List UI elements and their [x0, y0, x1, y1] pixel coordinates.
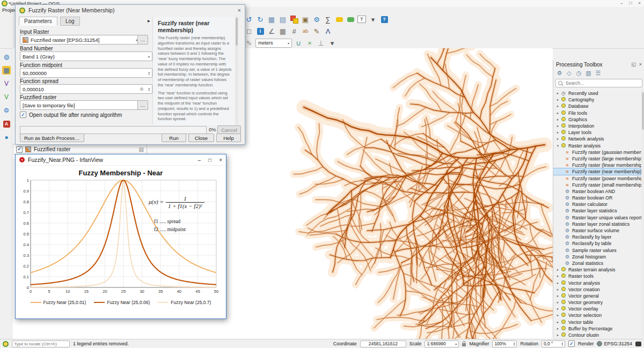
close-panel-icon[interactable]: ×: [639, 62, 642, 67]
tree-item-vector-selection[interactable]: ▸Vector selection: [553, 312, 641, 319]
expand-arrow-icon[interactable]: ▸: [555, 313, 560, 317]
expand-arrow-icon[interactable]: ▸: [555, 287, 560, 292]
tree-item-raster-layer-statistics[interactable]: ⚙Raster layer statistics: [553, 208, 641, 214]
processing-search-box[interactable]: [555, 79, 642, 87]
tree-scrollbar[interactable]: [641, 90, 644, 337]
messages-icon[interactable]: [635, 342, 641, 346]
dialog-close-icon[interactable]: ×: [238, 7, 241, 13]
tree-item-zonal-histogram[interactable]: ⚙Zonal histogram: [553, 254, 641, 260]
expand-arrow-icon[interactable]: ▸: [555, 117, 560, 122]
expand-arrow-icon[interactable]: ▸: [555, 281, 560, 285]
select-features-icon[interactable]: □: [244, 26, 254, 36]
digitizing-dropdown-icon[interactable]: ▾: [327, 38, 337, 48]
tree-item-raster-terrain-analysis[interactable]: ▸Raster terrain analysis: [553, 266, 641, 273]
output-file-field[interactable]: [Save to temporary file]: [20, 100, 140, 110]
function-midpoint-spinbox[interactable]: 50,000000 ▴▾: [20, 68, 152, 78]
band-number-combo[interactable]: Band 1 (Gray) ▾: [20, 51, 152, 61]
tree-item-raster-tools[interactable]: ▸Raster tools: [553, 273, 641, 279]
expand-arrow-icon[interactable]: ▸: [555, 268, 560, 272]
metasearch-icon[interactable]: ◍: [2, 53, 11, 61]
grid-tools-icon[interactable]: ⚙: [2, 106, 11, 115]
input-raster-browse-button[interactable]: …: [137, 35, 148, 45]
float-panel-icon[interactable]: ◱: [631, 62, 636, 67]
window-close-button[interactable]: ×: [638, 1, 641, 5]
tree-item-recently-used[interactable]: ▸◷Recently used: [553, 90, 641, 97]
layer-labeling-icon[interactable]: ab: [301, 26, 310, 36]
window-minimize-button[interactable]: –: [620, 1, 623, 5]
cancel-button[interactable]: Cancel: [217, 125, 241, 134]
tab-log[interactable]: Log: [60, 17, 80, 26]
locator-input[interactable]: [12, 340, 70, 347]
tree-item-vector-geometry[interactable]: ▸Vector geometry: [553, 299, 641, 306]
lambda-tool-icon[interactable]: Λ: [323, 26, 333, 36]
spin-arrows-icon[interactable]: ▴▾: [147, 71, 150, 76]
tree-item-raster-calculator[interactable]: ⚙Raster calculator: [553, 201, 641, 208]
layer-panel-options-icon[interactable]: ▤: [139, 146, 144, 152]
render-checkbox[interactable]: ✓: [568, 340, 575, 347]
expand-arrow-icon[interactable]: ▸: [555, 124, 560, 128]
expand-arrow-icon[interactable]: ▸: [555, 300, 560, 305]
tree-item-raster-layer-zonal-statistics[interactable]: ⚙Raster layer zonal statistics: [553, 221, 641, 227]
mmqgis-icon[interactable]: V: [2, 93, 11, 101]
tree-item-raster-surface-volume[interactable]: ⚙Raster surface volume: [553, 227, 641, 234]
magnifier-spin[interactable]: 100%▴▾: [492, 340, 517, 347]
processing-options-icon[interactable]: ⚙: [555, 69, 564, 77]
tree-item-database[interactable]: ▸Database: [553, 103, 641, 109]
edit-features-inplace-icon[interactable]: ☰: [594, 69, 602, 77]
measure-icon[interactable]: ∠: [267, 26, 276, 36]
lock-scale-icon[interactable]: [462, 343, 466, 346]
tree-item-raster-analysis[interactable]: ▾Raster analysis: [553, 143, 641, 149]
tree-item-sample-raster-values[interactable]: ⚙Sample raster values: [553, 247, 641, 254]
coordinate-box[interactable]: 24581,161612: [360, 340, 406, 347]
help-button[interactable]: Help: [216, 134, 241, 142]
osm-tools-icon[interactable]: A: [2, 120, 11, 128]
zoom-last-icon[interactable]: ↺: [244, 14, 254, 24]
layer-name[interactable]: Fuzzified raster: [34, 146, 70, 152]
expand-arrow-icon[interactable]: ▾: [555, 144, 560, 148]
input-raster-combo[interactable]: Fuzzified raster [EPSG:31254] ▾: [20, 35, 140, 45]
spin-arrows-icon[interactable]: ▴▾: [512, 342, 515, 346]
tree-item-reclassify-by-table[interactable]: ⚙Reclassify by table: [553, 240, 641, 247]
db-manager-icon[interactable]: ▦: [2, 66, 11, 75]
tree-item-raster-boolean-or[interactable]: ⚙Raster boolean OR: [553, 195, 641, 201]
results-viewer-icon[interactable]: ▥: [584, 69, 592, 77]
run-as-batch-button[interactable]: Run as Batch Process…: [20, 134, 84, 142]
attribute-table-icon[interactable]: ▦: [278, 26, 288, 36]
decorations-icon[interactable]: ✎: [312, 26, 321, 36]
help-collapse-icon[interactable]: ▶: [148, 19, 150, 23]
tree-item-file-tools[interactable]: ▸File tools: [553, 110, 641, 116]
identify-features-icon[interactable]: i: [255, 26, 265, 36]
processing-search-input[interactable]: [565, 80, 640, 86]
advanced-digitizing-icon[interactable]: ⊥: [316, 38, 326, 48]
layout-manager-icon[interactable]: ▣: [301, 14, 310, 24]
tracing-icon[interactable]: ×: [305, 38, 314, 48]
expand-arrow-icon[interactable]: ▸: [555, 333, 560, 337]
layer-visibility-checkbox[interactable]: ✓: [16, 146, 23, 153]
new-annotation-icon[interactable]: [346, 14, 355, 24]
text-annotation-icon[interactable]: T: [357, 14, 367, 24]
expand-arrow-icon[interactable]: ▸: [555, 98, 560, 102]
expand-arrow-icon[interactable]: ▸: [555, 327, 560, 331]
expand-arrow-icon[interactable]: ▸: [555, 274, 560, 278]
tree-item-graphics[interactable]: ▸Graphics: [553, 116, 641, 123]
expand-arrow-icon[interactable]: ▸: [555, 294, 560, 298]
tab-parameters[interactable]: Parameters: [19, 17, 57, 26]
tree-item-layer-tools[interactable]: ▸Layer tools: [553, 129, 641, 136]
help-contents-icon[interactable]: ?: [379, 14, 389, 24]
tree-item-vector-table[interactable]: ▸Vector table: [553, 319, 641, 325]
models-icon[interactable]: ◇: [565, 69, 573, 77]
irfanview-titlebar[interactable]: Fuzzify_Near.PNG - IrfanView – □ ×: [16, 154, 226, 166]
dialog-titlebar[interactable]: Fuzzify Raster (Near Membership) ×: [16, 5, 245, 16]
tree-item-fuzzify-raster-linear-membership[interactable]: ≈Fuzzify raster (linear membership): [553, 162, 641, 168]
expand-arrow-icon[interactable]: ▸: [555, 137, 560, 141]
tree-item-contour-plugin[interactable]: ▸Contour plugin: [553, 332, 641, 337]
tree-item-reclassify-by-layer[interactable]: ⚙Reclassify by layer: [553, 234, 641, 240]
spin-arrows-icon[interactable]: ▴▾: [560, 342, 563, 346]
map-tips-icon[interactable]: [334, 14, 344, 24]
units-combo[interactable]: meters▾: [255, 39, 292, 48]
tree-item-fuzzify-raster-small-membership[interactable]: ≈Fuzzify raster (small membership): [553, 182, 641, 188]
statistical-summary-icon[interactable]: ∑: [323, 14, 333, 24]
expand-arrow-icon[interactable]: ▸: [555, 130, 560, 135]
irfanview-minimize-button[interactable]: –: [198, 157, 201, 163]
globe-plugin-icon[interactable]: ●: [2, 133, 11, 142]
